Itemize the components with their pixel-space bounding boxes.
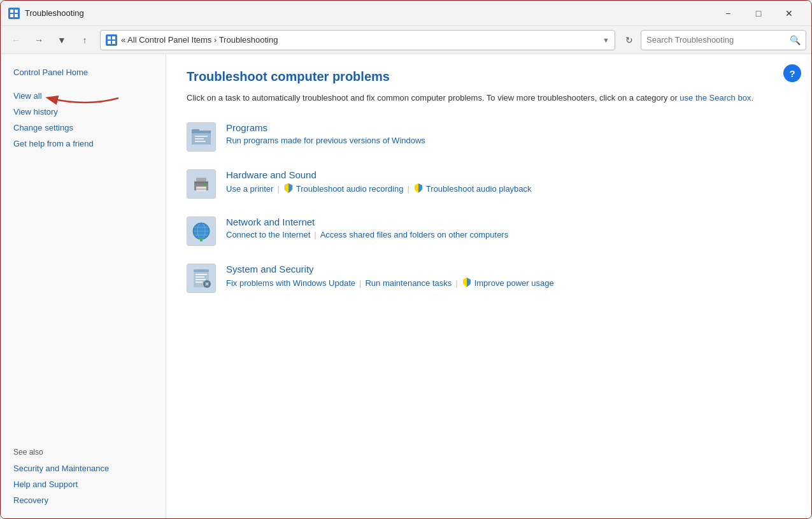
system-icon (187, 264, 216, 293)
search-box[interactable]: 🔍 (641, 30, 806, 50)
use-printer-link[interactable]: Use a printer (226, 184, 273, 194)
svg-rect-34 (196, 281, 203, 283)
shield-icon-1 (283, 183, 294, 195)
hardware-links: Use a printer | Troubleshoot audio recor… (226, 183, 532, 195)
svg-rect-6 (108, 41, 111, 44)
improve-power-link[interactable]: Improve power usage (474, 278, 554, 288)
svg-rect-27 (199, 238, 204, 239)
shield-icon-3 (462, 277, 472, 289)
run-programs-link[interactable]: Run programs made for previous versions … (226, 136, 425, 145)
fix-windows-update-link[interactable]: Fix problems with Windows Update (226, 278, 355, 288)
hardware-icon (187, 169, 216, 199)
back-button[interactable]: ← (6, 30, 26, 50)
svg-rect-40 (208, 283, 210, 285)
network-icon (187, 217, 216, 246)
hardware-title[interactable]: Hardware and Sound (226, 169, 532, 180)
title-bar: Troubleshooting − □ ✕ (1, 1, 811, 26)
svg-rect-37 (206, 281, 208, 283)
sidebar: Control Panel Home View all View history… (1, 54, 166, 518)
content-area: ? Troubleshoot computer problems Click o… (166, 54, 811, 518)
network-content: Network and Internet Connect to the Inte… (226, 217, 508, 239)
close-button[interactable]: ✕ (774, 3, 804, 24)
sidebar-item-get-help[interactable]: Get help from a friend (1, 136, 166, 152)
address-bar[interactable]: « All Control Panel Items › Troubleshoot… (100, 30, 615, 50)
category-programs: Programs Run programs made for previous … (187, 122, 791, 152)
svg-rect-14 (195, 141, 206, 142)
svg-rect-2 (10, 14, 13, 17)
shield-icon-2 (413, 183, 424, 195)
programs-links: Run programs made for previous versions … (226, 136, 425, 145)
svg-rect-4 (108, 36, 111, 39)
svg-rect-38 (206, 285, 208, 287)
separator-4: | (359, 278, 361, 288)
search-icon[interactable]: 🔍 (790, 35, 801, 45)
programs-icon (187, 122, 216, 152)
page-title: Troubleshoot computer problems (187, 69, 791, 84)
window-title: Troubleshooting (25, 8, 713, 18)
svg-rect-5 (112, 36, 115, 39)
programs-title[interactable]: Programs (226, 122, 425, 133)
separator-2: | (407, 184, 409, 194)
svg-rect-1 (15, 10, 18, 13)
sidebar-item-security-maintenance[interactable]: Security and Maintenance (1, 460, 166, 476)
minimize-button[interactable]: − (713, 3, 743, 24)
category-hardware: Hardware and Sound Use a printer | (187, 169, 791, 199)
svg-rect-12 (195, 136, 208, 137)
svg-rect-20 (194, 181, 208, 183)
sidebar-item-control-panel-home[interactable]: Control Panel Home (1, 64, 166, 80)
separator-3: | (314, 230, 316, 239)
main-window: Troubleshooting − □ ✕ ← → ▼ ↑ « All Cont… (0, 0, 812, 519)
see-also-label: See also (1, 435, 166, 460)
run-maintenance-link[interactable]: Run maintenance tasks (365, 278, 452, 288)
troubleshoot-recording-link[interactable]: Troubleshoot audio recording (296, 184, 404, 194)
hardware-content: Hardware and Sound Use a printer | (226, 169, 532, 195)
svg-rect-13 (195, 138, 204, 139)
svg-rect-28 (200, 239, 203, 241)
search-input[interactable] (646, 35, 786, 45)
system-title[interactable]: System and Security (226, 264, 554, 274)
sidebar-item-change-settings[interactable]: Change settings (1, 120, 166, 136)
troubleshoot-playback-link[interactable]: Troubleshoot audio playback (426, 184, 532, 194)
svg-rect-30 (194, 269, 209, 272)
address-text: « All Control Panel Items › Troubleshoot… (121, 35, 599, 45)
svg-rect-31 (196, 274, 207, 275)
svg-rect-3 (15, 14, 18, 17)
svg-rect-0 (10, 10, 13, 13)
svg-rect-7 (112, 41, 115, 44)
address-dropdown-icon[interactable]: ▼ (602, 36, 609, 44)
connect-internet-link[interactable]: Connect to the Internet (226, 230, 310, 239)
maximize-button[interactable]: □ (744, 3, 773, 24)
window-controls: − □ ✕ (713, 3, 804, 24)
recent-button[interactable]: ▼ (52, 30, 72, 50)
svg-rect-18 (196, 188, 206, 190)
search-box-link[interactable]: use the Search box (680, 93, 751, 103)
window-icon (8, 8, 20, 19)
separator-5: | (455, 278, 457, 288)
sidebar-item-view-history[interactable]: View history (1, 104, 166, 120)
system-content: System and Security Fix problems with Wi… (226, 264, 554, 289)
sidebar-item-recovery[interactable]: Recovery (1, 492, 166, 508)
shared-files-link[interactable]: Access shared files and folders on other… (320, 230, 509, 239)
up-button[interactable]: ↑ (75, 30, 95, 50)
svg-rect-32 (196, 276, 204, 278)
category-network: Network and Internet Connect to the Inte… (187, 217, 791, 246)
refresh-button[interactable]: ↻ (620, 31, 638, 49)
forward-button[interactable]: → (29, 30, 49, 50)
network-title[interactable]: Network and Internet (226, 217, 508, 227)
main-area: Control Panel Home View all View history… (1, 54, 811, 518)
separator-1: | (277, 184, 279, 194)
help-button[interactable]: ? (783, 64, 801, 82)
svg-rect-33 (196, 279, 206, 280)
network-links: Connect to the Internet | Access shared … (226, 230, 508, 239)
page-description: Click on a task to automatically trouble… (187, 92, 791, 104)
sidebar-item-view-all[interactable]: View all (1, 88, 55, 104)
system-links: Fix problems with Windows Update | Run m… (226, 277, 554, 289)
svg-rect-11 (192, 129, 199, 133)
programs-content: Programs Run programs made for previous … (226, 122, 425, 145)
svg-rect-39 (204, 283, 206, 285)
address-icon (106, 34, 117, 46)
category-system: System and Security Fix problems with Wi… (187, 264, 791, 293)
sidebar-item-help-support[interactable]: Help and Support (1, 476, 166, 492)
toolbar: ← → ▼ ↑ « All Control Panel Items › Trou… (1, 26, 811, 54)
